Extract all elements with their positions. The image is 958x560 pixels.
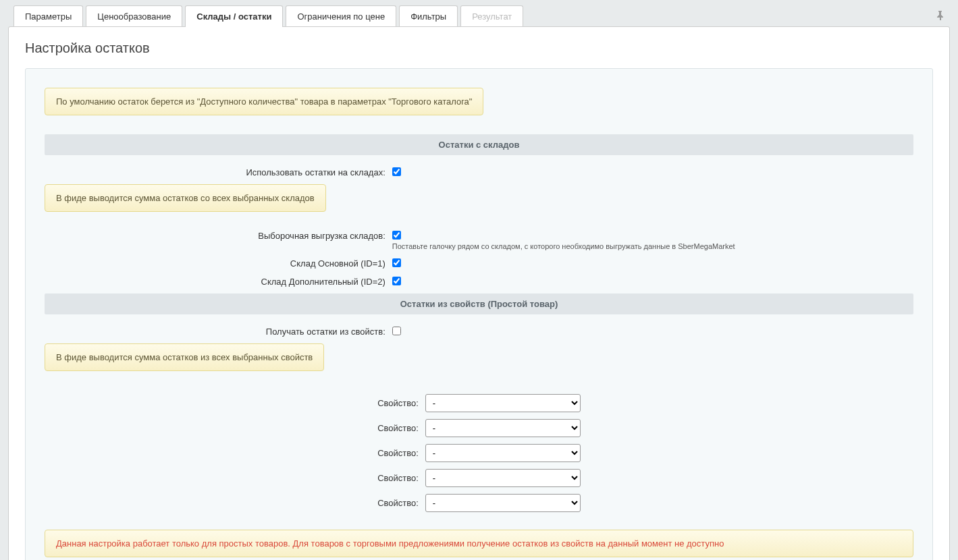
notice-warn-simple-only: Данная настройка работает только для про… (45, 530, 913, 557)
property-select-4[interactable]: - (425, 469, 581, 487)
use-stocks-label: Использовать остатки на складах: (45, 166, 392, 177)
property-label-3: Свойство: (377, 448, 419, 458)
tab-parameters[interactable]: Параметры (14, 5, 83, 27)
tab-price-limits[interactable]: Ограничения по цене (286, 5, 396, 27)
notice-default: По умолчанию остаток берется из "Доступн… (45, 88, 483, 115)
tab-pricing[interactable]: Ценообразование (86, 5, 182, 27)
warehouse-main-label: Склад Основной (ID=1) (45, 257, 392, 269)
pin-icon[interactable] (936, 11, 944, 22)
selective-export-checkbox[interactable] (392, 231, 401, 240)
warehouse-extra-checkbox[interactable] (392, 277, 401, 285)
property-label-4: Свойство: (377, 473, 419, 483)
property-select-2[interactable]: - (425, 419, 581, 437)
section-header-props: Остатки из свойств (Простой товар) (45, 293, 913, 314)
tab-bar: Параметры Ценообразование Склады / остат… (8, 5, 950, 27)
get-from-props-label: Получать остатки из свойств: (45, 325, 392, 337)
notice-feed-sum-props: В фиде выводится сумма остатков из всех … (45, 343, 324, 371)
selective-export-label: Выборочная выгрузка складов: (45, 229, 392, 241)
tab-stocks[interactable]: Склады / остатки (185, 5, 283, 27)
warehouse-main-checkbox[interactable] (392, 258, 401, 267)
use-stocks-checkbox[interactable] (392, 167, 401, 176)
tab-filters[interactable]: Фильтры (399, 5, 458, 27)
notice-feed-sum-stocks: В фиде выводится сумма остатков со всех … (45, 184, 326, 212)
page-title: Настройка остатков (25, 40, 933, 56)
property-select-1[interactable]: - (425, 394, 581, 412)
section-header-stocks: Остатки с складов (45, 134, 913, 155)
warehouse-extra-label: Склад Дополнительный (ID=2) (45, 275, 392, 287)
main-panel: Настройка остатков По умолчанию остаток … (8, 26, 950, 560)
property-select-3[interactable]: - (425, 444, 581, 462)
get-from-props-checkbox[interactable] (392, 327, 401, 335)
tab-result: Результат (460, 5, 523, 27)
property-select-5[interactable]: - (425, 494, 581, 512)
property-label-5: Свойство: (377, 498, 419, 508)
property-label-1: Свойство: (377, 398, 419, 408)
selective-export-hint: Поставьте галочку рядом со складом, с ко… (392, 242, 735, 250)
inner-panel: По умолчанию остаток берется из "Доступн… (25, 68, 933, 560)
property-label-2: Свойство: (377, 423, 419, 433)
